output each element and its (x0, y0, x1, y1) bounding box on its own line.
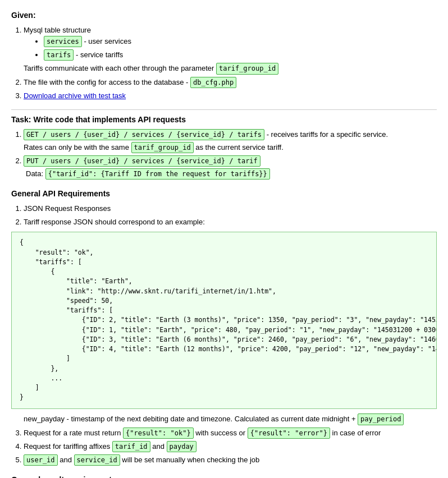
payday-tag: payday (167, 441, 196, 452)
general-api-item-2: Tariff response JSON should correspond t… (24, 217, 437, 228)
general-result-title: General result requirements (11, 474, 437, 478)
given-subitem-services: services - user services (44, 36, 437, 47)
given-item-1: Mysql table structure services - user se… (24, 25, 437, 75)
result-error-tag: {"result": "error"} (248, 428, 330, 439)
given-item-2: The file with the config for access to t… (24, 77, 437, 88)
task-item-1-text: - receives tariffs for a specific servic… (264, 130, 388, 139)
given-list: Mysql table structure services - user se… (24, 25, 437, 101)
general-api-list: JSON Request Responses Tariff response J… (24, 203, 437, 227)
services-tag: services (44, 36, 82, 47)
note-prefix: Rates can only be with the same (24, 143, 131, 151)
task-item-1: GET / users / {user_id} / services / {se… (24, 129, 437, 153)
given-item-3: Download archive with test task (24, 90, 437, 102)
given-item-1-label: Mysql table structure (24, 26, 91, 34)
tarif-group-id-tag: tarif_group_id (216, 63, 278, 75)
tarif-id-tag2: tarif_id (112, 441, 150, 452)
result-ok-prefix: Request for a rate must return (24, 429, 123, 437)
result-ok-suffix: in case of error (330, 429, 381, 437)
tariffing-prefix: Request for tariffing affixes (24, 442, 112, 451)
new-payday-note: new_payday - timestamp of the next debit… (24, 413, 437, 425)
json-example-block: { "result": "ok", "tariffs": [ { "title"… (11, 232, 437, 408)
data-label: Data: (26, 169, 45, 178)
services-text: - user services (82, 37, 131, 45)
given-subitem-tarifs: tarifs - service tariffs (44, 49, 437, 61)
task-item-2: PUT / users / {user_id} / services / {se… (24, 155, 437, 180)
given-subitems: services - user services tarifs - servic… (44, 36, 437, 61)
general-api-item-4: Request for tariffing affixes tarif_id a… (24, 441, 437, 452)
task-list: GET / users / {user_id} / services / {se… (24, 129, 437, 180)
given-item-2-label: The file with the config for access to t… (24, 78, 190, 86)
service-id-tag: service_id (74, 454, 120, 466)
and-text: and (58, 456, 74, 464)
task-item-2-data: Data: {"tarif_id": {Tariff ID from the r… (26, 168, 437, 180)
tarifs-text: - service tariffs (74, 50, 123, 59)
result-ok-mid: with success or (194, 429, 248, 437)
tariffs-note-text: Tariffs communicate with each other thro… (24, 64, 216, 72)
get-route-tag: GET / users / {user_id} / services / {se… (24, 129, 264, 140)
tarif-id-data-tag: {"tarif_id": {Tariff ID from the request… (45, 168, 270, 180)
db-cfg-tag: db_cfg.php (190, 77, 236, 88)
general-api-item-5: user_id and service_id will be set manua… (24, 454, 437, 466)
pay-period-tag: pay_period (358, 413, 404, 425)
task-item-1-note: Rates can only be with the same tarif_gr… (24, 142, 437, 153)
note-suffix: as the current service tariff. (194, 143, 284, 151)
general-api-item-1: JSON Request Responses (24, 203, 437, 214)
general-api-title: General API Requirements (11, 187, 437, 200)
result-ok-tag: {"result": "ok"} (123, 428, 194, 439)
new-payday-prefix: new_payday - timestamp of the next debit… (24, 415, 358, 423)
tariffs-note: Tariffs communicate with each other thro… (24, 63, 437, 75)
general-api-item-3: Request for a rate must return {"result"… (24, 428, 437, 439)
task-title: Task: Write code that implements API req… (11, 109, 437, 126)
tarifs-tag: tarifs (44, 49, 74, 61)
user-id-tag: user_id (24, 454, 58, 466)
tarif-group-note-tag: tarif_group_id (131, 142, 194, 153)
general-api-list2: Request for a rate must return {"result"… (24, 428, 437, 466)
given-title: Given: (11, 9, 437, 21)
will-be-set-text: will be set manually when checking the j… (120, 456, 260, 464)
tariffing-mid: and (150, 442, 167, 451)
download-link[interactable]: Download archive with test task (24, 91, 126, 100)
put-route-tag: PUT / users / {user_id} / services / {se… (24, 155, 260, 167)
